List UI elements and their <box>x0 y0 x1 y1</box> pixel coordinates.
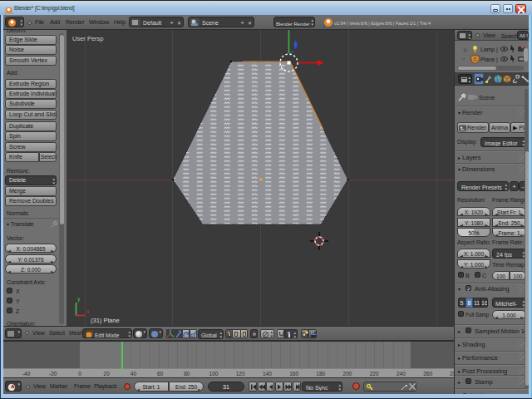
svg-text:x: x <box>86 308 90 314</box>
svg-text:(31) Plane: (31) Plane <box>91 317 120 324</box>
svg-text:User Persp: User Persp <box>72 35 104 42</box>
svg-text:y: y <box>77 296 81 303</box>
